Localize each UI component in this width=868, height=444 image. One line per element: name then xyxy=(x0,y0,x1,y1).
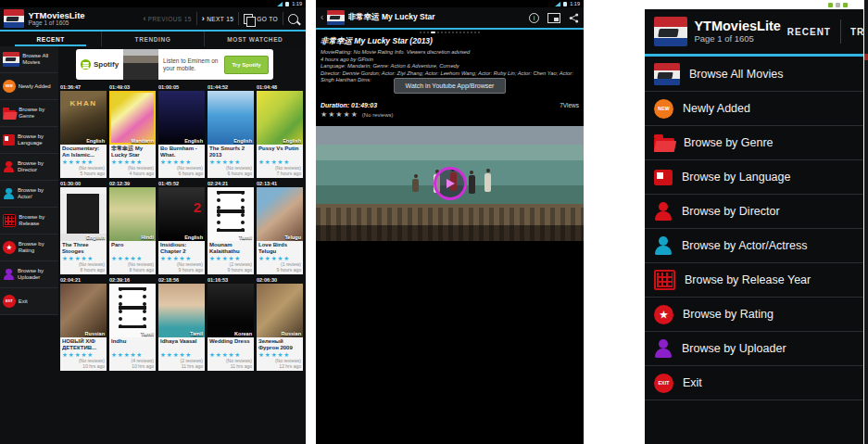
video-thumbnail[interactable] xyxy=(316,126,584,241)
star-rating: ★★★★★ xyxy=(111,159,154,165)
duration-label: 01:49:03 xyxy=(109,83,156,91)
sidebar-item-language[interactable]: Browse by Language xyxy=(0,127,58,154)
movie-poster-placeholder: Tamil xyxy=(109,284,156,337)
movie-title: Mounam Kalaithathu xyxy=(209,242,252,255)
card-info: The Smurfs 2 2013★★★★★(No reviews)6 hour… xyxy=(208,145,254,178)
movie-card[interactable]: 02:39:16 Tamil Indhu★★★★★(4 reviews)10 h… xyxy=(109,276,156,371)
tab-trending[interactable]: TRENDING xyxy=(102,32,204,46)
movie-card[interactable]: 02:13:41 Telugu Love Birds Telugu★★★★★(1… xyxy=(257,180,303,274)
movie-card-selected[interactable]: 01:49:03 Mandarin 非常幸运 My Lucky Star★★★★… xyxy=(109,83,156,178)
open-in-browser-icon[interactable] xyxy=(547,13,560,23)
search-icon[interactable] xyxy=(288,14,298,24)
sidebar-item-browse-all[interactable]: Browse All Movies xyxy=(0,46,58,73)
menu-item-director[interactable]: Browse by Director xyxy=(645,195,863,229)
sidebar-item-release[interactable]: Browse by Release xyxy=(0,208,58,235)
ad-cta-button[interactable]: Try Spotify xyxy=(224,56,269,74)
movie-poster: Tamil xyxy=(158,284,205,337)
sidebar-item-uploader[interactable]: Browse by Uploader xyxy=(0,261,58,288)
card-info: Indhu★★★★★(4 reviews)10 hrs ago xyxy=(109,337,156,371)
movie-title: Love Birds Telugu xyxy=(258,242,301,255)
menu-item-uploader[interactable]: Browse by Uploader xyxy=(645,332,863,366)
menu-item-release-year[interactable]: Browse by Release Year xyxy=(645,263,863,298)
movie-title: Wedding Dress xyxy=(209,338,252,351)
share-icon[interactable] xyxy=(569,13,579,23)
language-label: English xyxy=(184,235,203,240)
movie-card[interactable]: 01:04:48 English Pussy Vs Putin★★★★★(No … xyxy=(257,83,303,178)
movie-title: 非常幸运 My Lucky Star (2013) xyxy=(321,36,579,47)
movie-card[interactable]: 01:36:47 KHANEnglish Documentary: An Isl… xyxy=(60,83,107,178)
app-logo-icon xyxy=(654,17,687,45)
movie-poster-placeholder: Tamil xyxy=(208,187,254,241)
movie-title: Indhu xyxy=(111,338,154,351)
movie-title: Paro xyxy=(111,242,154,255)
card-info: Зеленый Фургон 2009★★★★★(No reviews)12 h… xyxy=(257,337,303,371)
duration-label: 02:18:56 xyxy=(158,276,205,284)
browse-sidebar: Browse All Movies NEW Newly Added Browse… xyxy=(0,46,58,315)
battery-icon xyxy=(563,2,567,6)
sidebar-item-newly-added[interactable]: NEW Newly Added xyxy=(0,73,58,100)
accent-divider xyxy=(645,54,863,57)
movie-card[interactable]: 01:16:53 Korean Wedding Dress★★★★★(No re… xyxy=(208,276,254,371)
movie-card[interactable]: 02:12:39 Hindi Paro★★★★★(No reviews)8 ho… xyxy=(109,180,156,274)
ad-banner[interactable]: Spotify Listen to Eminem on your mobile.… xyxy=(76,49,273,80)
header: YTMoviesLite Page 1 of 1605 RECENT TREND… xyxy=(645,9,863,54)
movie-card[interactable]: 01:45:52 2English Insidious: Chapter 2★★… xyxy=(158,180,205,274)
movie-card[interactable]: 01:00:05 English Bo Burnham - What.★★★★★… xyxy=(158,83,205,178)
goto-page-button[interactable]: GO TO xyxy=(244,14,278,24)
app-logo-icon xyxy=(4,9,24,27)
tab-most-watched[interactable]: MOST WATCHED xyxy=(205,32,306,46)
app-title: YTMoviesLite xyxy=(694,19,780,34)
movie-card[interactable]: 02:06:30 Russian Зеленый Фургон 2009★★★★… xyxy=(257,276,303,371)
person-icon-purple xyxy=(3,269,15,281)
signal-icon xyxy=(836,3,840,7)
sidebar-item-director[interactable]: Browse by Director xyxy=(0,154,58,181)
menu-item-actor-actress[interactable]: Browse by Actor/Actress xyxy=(645,229,863,263)
menu-item-browse-all[interactable]: Browse All Movies xyxy=(645,57,863,92)
movie-title: Зеленый Фургон 2009 xyxy=(258,338,301,351)
tab-recent[interactable]: RECENT xyxy=(787,27,831,37)
app-logo-icon xyxy=(327,10,344,25)
menu-item-genre[interactable]: Browse by Genre xyxy=(645,126,863,160)
movie-poster: English xyxy=(257,91,303,145)
sidebar-item-rating[interactable]: Browse by Rating xyxy=(0,235,58,261)
menu-item-newly-added[interactable]: NEW Newly Added xyxy=(645,92,863,126)
previous-page-button[interactable]: ‹PREVIOUS 15 xyxy=(143,15,191,23)
rating-line: MovieRating: No Movie Rating Info. Viewe… xyxy=(321,49,579,57)
movie-poster: English xyxy=(208,91,254,145)
sidebar-item-genre[interactable]: Browse by Genre xyxy=(0,100,58,127)
menu-item-rating[interactable]: Browse by Rating xyxy=(645,298,863,332)
menu-item-exit[interactable]: EXIT Exit xyxy=(645,366,863,400)
star-rating: ★★★★★ xyxy=(62,351,105,358)
movie-poster: Hindi xyxy=(109,187,156,241)
play-button[interactable] xyxy=(434,167,467,200)
sidebar-item-actor[interactable]: Browse by Actor/ xyxy=(0,181,58,208)
calendar-icon xyxy=(3,214,16,227)
tab-recent[interactable]: RECENT xyxy=(0,32,102,46)
app-logo-icon xyxy=(654,63,680,85)
status-bar: 1:19 xyxy=(316,0,584,7)
movie-card[interactable]: 02:24:21 Tamil Mounam Kalaithathu★★★★★(2… xyxy=(208,180,254,274)
info-icon[interactable] xyxy=(529,13,539,23)
star-rating: ★★★★★ xyxy=(62,159,105,165)
menu-item-language[interactable]: Browse by Language xyxy=(645,160,863,195)
star-rating: ★★★★★ xyxy=(62,255,105,261)
star-rating: ★★★★★ xyxy=(258,159,301,165)
watch-youtube-button[interactable]: Watch in Youtube App/Browser xyxy=(394,78,507,94)
movie-card[interactable]: 01:44:52 English The Smurfs 2 2013★★★★★(… xyxy=(208,83,254,178)
movie-card[interactable]: 02:04:21 Russian НОВЫЙ Х/Ф ДЕТЕКТИВ...★★… xyxy=(60,276,107,371)
language-label: English xyxy=(86,138,105,144)
language-label: Hindi xyxy=(141,235,154,240)
duration-label: 01:04:48 xyxy=(257,83,303,91)
language-genre-line: Language: Mandarin; Genre: Action & Adve… xyxy=(321,63,579,70)
app-titles: YTMoviesLite Page 1 of 1605 xyxy=(28,11,84,27)
star-rating: ★★★★★ xyxy=(258,255,301,261)
back-caret-icon[interactable]: ‹ xyxy=(321,13,323,22)
next-page-button[interactable]: ›NEXT 15 xyxy=(202,15,233,23)
person-icon-red xyxy=(654,202,673,221)
tab-bar: RECENT TRENDING MOST WATCHED xyxy=(0,32,306,46)
movie-card[interactable]: 01:30:00 English The Three Stooges★★★★★(… xyxy=(60,180,107,274)
tab-trending[interactable]: TRENDING xyxy=(850,27,863,37)
movie-card[interactable]: 02:18:56 Tamil Idhaya Vaasal★★★★★(2 revi… xyxy=(158,276,205,371)
sidebar-item-exit[interactable]: EXIT Exit xyxy=(0,288,58,315)
star-rating[interactable]: ★★★★★ xyxy=(321,110,359,119)
